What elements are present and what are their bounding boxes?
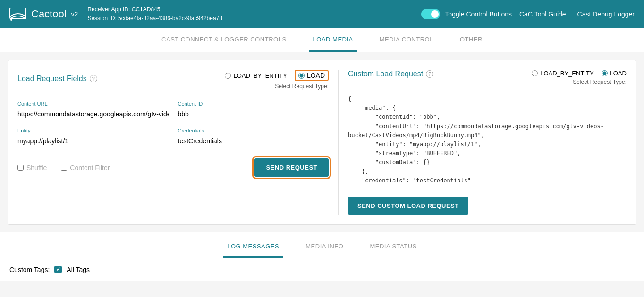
custom-load-title: Custom Load Request ?	[348, 70, 433, 78]
bottom-section: LOG MESSAGES MEDIA INFO MEDIA STATUS Cus…	[0, 232, 644, 281]
custom-load-radio[interactable]	[602, 70, 608, 76]
request-type-selector: LOAD_BY_ENTITY LOAD Select Request Type:	[225, 70, 329, 95]
load-radio-box[interactable]: LOAD	[295, 70, 329, 81]
send-custom-load-button[interactable]: SEND CUSTOM LOAD REQUEST	[348, 197, 468, 215]
shuffle-checkbox[interactable]	[17, 165, 24, 171]
custom-request-type-selector: LOAD_BY_ENTITY LOAD Select Request Type:	[532, 70, 627, 91]
custom-load-by-entity-radio-label[interactable]: LOAD_BY_ENTITY	[532, 70, 593, 77]
tab-media-info[interactable]: MEDIA INFO	[302, 236, 347, 258]
all-tags-checkbox[interactable]	[54, 266, 62, 273]
session-info: Receiver App ID: CC1AD845 Session ID: 5c…	[87, 5, 409, 23]
bottom-content: Custom Tags: All Tags	[0, 258, 644, 281]
content-card: Load Request Fields ? LOAD_BY_ENTITY LOA…	[8, 60, 636, 225]
tab-load-media[interactable]: LOAD MEDIA	[309, 28, 357, 52]
custom-load-json: { "media": { "contentId": "bbb", "conten…	[348, 95, 627, 185]
load-by-entity-radio[interactable]	[225, 73, 231, 79]
send-request-button[interactable]: SEND REQUEST	[254, 158, 329, 177]
app-header: Cactool v2 Receiver App ID: CC1AD845 Ses…	[0, 0, 644, 28]
tab-media-status[interactable]: MEDIA STATUS	[366, 236, 420, 258]
content-url-input[interactable]	[17, 108, 169, 120]
load-radio[interactable]	[298, 73, 305, 79]
load-by-entity-radio-label[interactable]: LOAD_BY_ENTITY	[225, 72, 287, 79]
credentials-group: Credentials	[178, 128, 329, 147]
app-title: Cactool	[31, 8, 67, 20]
tab-cast-connect[interactable]: CAST CONNECT & LOGGER CONTROLS	[158, 28, 290, 52]
content-id-input[interactable]	[178, 108, 329, 120]
load-request-panel: Load Request Fields ? LOAD_BY_ENTITY LOA…	[17, 70, 339, 215]
cac-tool-guide-link[interactable]: CaC Tool Guide	[519, 10, 566, 18]
shuffle-checkbox-label[interactable]: Shuffle	[17, 164, 47, 172]
tab-other[interactable]: OTHER	[456, 28, 486, 52]
tab-log-messages[interactable]: LOG MESSAGES	[223, 236, 283, 258]
toggle-control-section: Toggle Control Buttons	[421, 9, 512, 19]
content-filter-checkbox[interactable]	[61, 165, 67, 171]
receiver-app-id: Receiver App ID: CC1AD845	[87, 5, 409, 14]
toggle-label: Toggle Control Buttons	[445, 10, 512, 18]
cast-icon	[9, 8, 26, 21]
checkboxes-row: Shuffle Content Filter	[17, 164, 110, 172]
custom-load-radio-label[interactable]: LOAD	[602, 70, 627, 77]
custom-select-request-label: Select Request Type:	[532, 79, 627, 85]
content-filter-checkbox-label[interactable]: Content Filter	[61, 164, 110, 172]
app-version: v2	[71, 10, 78, 18]
content-url-label: Content URL	[17, 101, 169, 107]
all-tags-label: All Tags	[67, 266, 90, 273]
tab-media-control[interactable]: MEDIA CONTROL	[376, 28, 437, 52]
load-request-title: Load Request Fields ?	[17, 74, 97, 83]
custom-load-by-entity-radio[interactable]	[532, 70, 538, 76]
svg-point-1	[10, 19, 12, 21]
custom-tags-row: Custom Tags: All Tags	[9, 266, 635, 273]
main-content: Load Request Fields ? LOAD_BY_ENTITY LOA…	[0, 52, 644, 232]
content-id-label: Content ID	[178, 101, 329, 107]
cast-debug-logger-link[interactable]: Cast Debug Logger	[577, 10, 635, 18]
entity-label: Entity	[17, 128, 169, 133]
content-id-group: Content ID	[178, 101, 329, 120]
entity-group: Entity	[17, 128, 169, 147]
content-url-group: Content URL	[17, 101, 169, 120]
entity-input[interactable]	[17, 135, 169, 147]
form-row-2: Entity Credentials	[17, 128, 329, 147]
toggle-switch[interactable]	[421, 9, 440, 19]
session-id: Session ID: 5cdae4fa-32aa-4386-ba2c-9fac…	[87, 14, 409, 23]
custom-load-panel: Custom Load Request ? LOAD_BY_ENTITY LOA…	[339, 70, 627, 215]
header-links: CaC Tool Guide Cast Debug Logger	[519, 10, 635, 18]
select-request-type-label: Select Request Type:	[225, 83, 329, 90]
bottom-tabs: LOG MESSAGES MEDIA INFO MEDIA STATUS	[0, 232, 644, 258]
custom-tags-label: Custom Tags:	[9, 266, 50, 273]
custom-load-help-icon[interactable]: ?	[426, 70, 433, 78]
main-nav: CAST CONNECT & LOGGER CONTROLS LOAD MEDI…	[0, 28, 644, 52]
credentials-input[interactable]	[178, 135, 329, 147]
form-row-1: Content URL Content ID	[17, 101, 329, 120]
load-request-help-icon[interactable]: ?	[90, 75, 97, 82]
credentials-label: Credentials	[178, 128, 329, 133]
app-logo: Cactool v2	[9, 8, 78, 21]
